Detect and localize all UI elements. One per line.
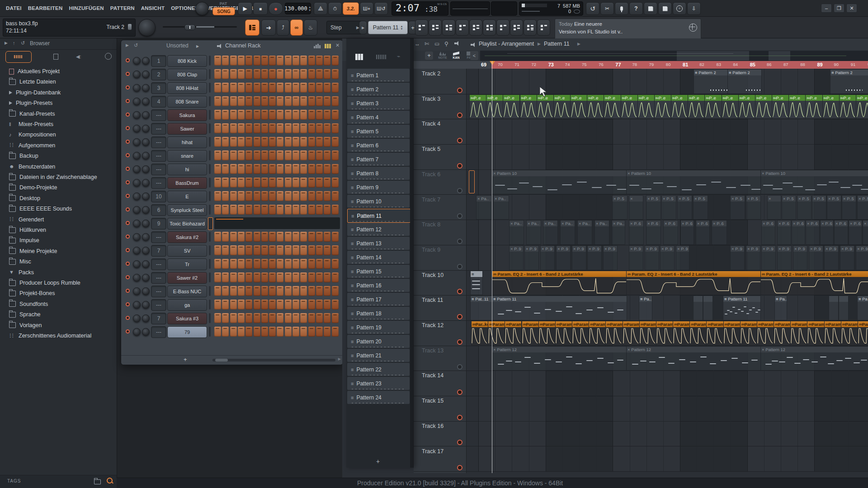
step-cell[interactable] — [254, 150, 260, 160]
cpu-memory-panel[interactable]: 7 587 MB 0 — [519, 1, 583, 16]
step-cell[interactable] — [308, 272, 315, 282]
step-cell[interactable] — [308, 232, 315, 242]
search-icon[interactable] — [107, 478, 113, 483]
browser-tab-online-icon[interactable] — [105, 53, 112, 60]
playlist-track-row[interactable]: Track 11≡ Pat..11≡ Pattern 11≡ Pa..≡ Pat… — [414, 295, 868, 321]
step-cell[interactable] — [324, 110, 330, 120]
step-cell[interactable] — [285, 300, 292, 310]
playlist-preview-strip[interactable] — [480, 51, 868, 61]
pattern-list-item[interactable]: ≡Pattern 20 — [347, 335, 410, 348]
step-cell[interactable] — [316, 137, 323, 147]
playlist-track-row[interactable]: Track 14 — [414, 371, 868, 396]
step-cell[interactable] — [269, 286, 276, 296]
step-cell[interactable] — [230, 327, 237, 337]
pattern-list-item[interactable]: ≡Pattern 5 — [347, 125, 410, 138]
step-cell[interactable] — [300, 110, 307, 120]
step-cell[interactable] — [324, 272, 330, 282]
track-name[interactable]: Track 13 — [422, 347, 443, 354]
step-cell[interactable] — [230, 56, 237, 66]
step-cell[interactable] — [277, 164, 283, 174]
track-led[interactable] — [457, 389, 462, 395]
step-cell[interactable] — [277, 178, 283, 188]
browser-item[interactable]: EEEE EEEE Sounds — [0, 204, 117, 214]
playlist-clip[interactable]: ≡ Pattern 11 — [492, 296, 627, 320]
add-track-button[interactable]: + — [425, 52, 433, 60]
playlist-clip[interactable]: ∞ Param. EQ 2 - Insert 6 - Band 2 Lautst… — [760, 271, 868, 296]
rack-menu-icon[interactable]: ▶ — [126, 43, 129, 47]
step-cell[interactable] — [324, 96, 330, 106]
step-cell[interactable] — [254, 245, 260, 255]
channel-target-mixer-track[interactable]: --- — [151, 299, 166, 311]
channel-led[interactable] — [126, 275, 130, 279]
track-grid-area[interactable]: ≡ Pattern 2≡ Pattern 2≡ Pattern 2 — [466, 69, 868, 94]
playlist-clip[interactable]: ∞Param..tärke — [774, 321, 791, 346]
step-cell[interactable] — [245, 191, 252, 201]
channel-led[interactable] — [126, 113, 130, 117]
track-name[interactable]: Track 9 — [422, 247, 440, 253]
plugin-database-button[interactable] — [496, 19, 509, 36]
cut-tool-button[interactable]: ✂ — [600, 2, 614, 15]
step-cell[interactable] — [269, 150, 276, 160]
step-cell[interactable] — [245, 110, 252, 120]
clip-selection-box[interactable] — [469, 170, 475, 194]
step-cell[interactable] — [277, 272, 283, 282]
channel-pan-knob[interactable] — [133, 165, 141, 173]
tags-folder-icon[interactable] — [94, 479, 101, 484]
browser-up-icon[interactable]: ↑ — [13, 40, 15, 46]
step-cell[interactable] — [238, 164, 245, 174]
browser-item[interactable]: ‖Mixer-Presets — [0, 119, 117, 129]
rack-undo-icon[interactable]: ↺ — [134, 42, 138, 48]
playlist-clip[interactable]: ∞Param..tärke — [572, 321, 589, 346]
step-cell[interactable] — [277, 191, 283, 201]
pattern-tab-audio-icon[interactable] — [376, 55, 386, 59]
track-name[interactable]: Track 8 — [422, 221, 440, 228]
save-as-button[interactable] — [658, 2, 672, 15]
step-cell[interactable] — [324, 259, 330, 269]
step-cell[interactable] — [222, 96, 229, 106]
playlist-clip[interactable]: × P..9 — [645, 245, 659, 270]
pattern-list-item[interactable]: ≡Pattern 16 — [347, 279, 410, 292]
step-cell[interactable] — [277, 83, 283, 93]
track-name[interactable]: Track 17 — [422, 448, 443, 455]
step-cell[interactable] — [300, 56, 307, 66]
track-led[interactable] — [457, 339, 462, 345]
track-grid-area[interactable] — [466, 396, 868, 421]
touch-mode-button[interactable] — [524, 19, 537, 36]
step-cell[interactable] — [300, 69, 307, 79]
channel-pan-knob[interactable] — [133, 179, 141, 187]
step-cell[interactable] — [292, 191, 299, 201]
channel-pan-knob[interactable] — [133, 98, 141, 105]
smart-find-button[interactable]: ➜ — [261, 19, 276, 36]
channel-button[interactable]: 808 HiHat — [167, 82, 207, 94]
step-cell[interactable] — [332, 178, 339, 188]
playlist-clip[interactable]: ∞P..e — [788, 94, 806, 119]
step-cell[interactable] — [254, 191, 260, 201]
track-grid-area[interactable] — [466, 371, 868, 396]
step-cell[interactable] — [285, 56, 292, 66]
browser-item[interactable]: Misc — [0, 257, 117, 267]
playlist-clip[interactable]: × Pattern 12 — [626, 346, 761, 371]
step-cell[interactable] — [285, 286, 292, 296]
channel-pan-knob[interactable] — [133, 70, 141, 78]
piano-roll-toggle-button[interactable] — [429, 19, 442, 36]
channel-led[interactable] — [126, 329, 130, 333]
step-cell[interactable] — [214, 245, 221, 255]
step-cell[interactable] — [324, 56, 330, 66]
step-cell[interactable] — [300, 191, 307, 201]
pattern-list-item[interactable]: ≡Pattern 9 — [347, 181, 410, 194]
browser-expand-icon[interactable]: ▶ — [5, 41, 8, 45]
step-cell[interactable] — [238, 178, 245, 188]
playlist-clip[interactable] — [829, 296, 839, 320]
browser-tab-plugins-icon[interactable]: ◀: — [76, 54, 81, 60]
playlist-toggle-button[interactable] — [415, 19, 428, 36]
track-name[interactable]: Track 2 — [422, 70, 440, 77]
step-cell[interactable] — [285, 272, 292, 282]
help-button[interactable]: ? — [629, 2, 643, 15]
playlist-clip[interactable]: × P..6 — [834, 220, 848, 245]
channel-led[interactable] — [126, 262, 130, 266]
channel-volume-knob[interactable] — [142, 111, 150, 119]
step-cell[interactable] — [316, 205, 323, 215]
step-cell[interactable] — [332, 232, 339, 242]
playlist-clip[interactable]: × Pa.. — [476, 195, 492, 220]
track-grid-area[interactable]: × Pattern 10× Pattern 10× Pattern 10 — [466, 169, 868, 195]
